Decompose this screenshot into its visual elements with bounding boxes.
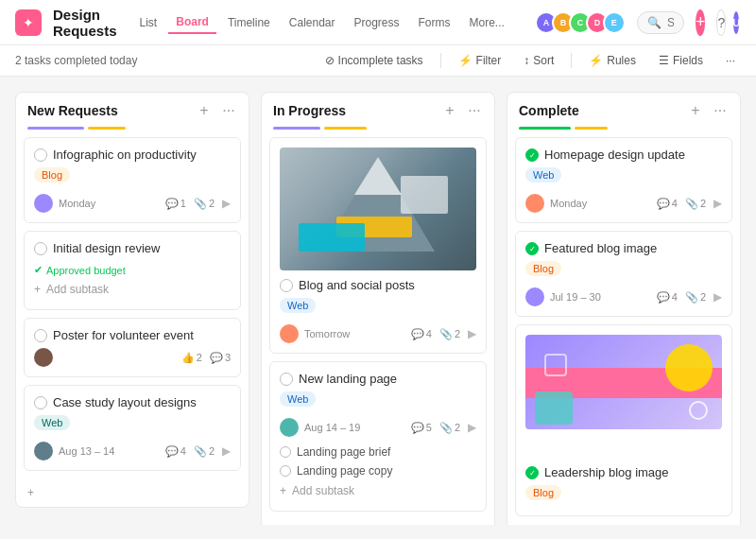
card-tag-7: Web bbox=[525, 167, 561, 183]
card-date-4: Aug 13 – 14 bbox=[59, 445, 160, 457]
nav-calendar[interactable]: Calendar bbox=[282, 12, 343, 33]
col-menu-new-requests[interactable]: ··· bbox=[220, 102, 237, 119]
expand-btn-6[interactable]: ▶ bbox=[468, 421, 476, 434]
card-avatar-4 bbox=[34, 442, 53, 461]
col-cards-complete: Homepage design update Web Monday 💬4 📎2 … bbox=[507, 137, 740, 524]
col-menu-in-progress[interactable]: ··· bbox=[466, 102, 483, 119]
card-title-text-2: Initial design review bbox=[53, 241, 160, 255]
attach-icon-7: 📎 bbox=[685, 198, 698, 210]
add-subtask-6[interactable]: + Add subtask bbox=[280, 480, 476, 501]
board: New Requests + ··· Infographic on produc… bbox=[0, 77, 756, 525]
col-add-card-new-requests[interactable]: + bbox=[16, 478, 249, 507]
nav-links: List Board Timeline Calendar Progress Fo… bbox=[132, 11, 512, 34]
card-title-text-9: Leadership blog image bbox=[544, 465, 669, 479]
card-image-mountain bbox=[280, 148, 476, 270]
check-icon: ✔ bbox=[34, 264, 43, 276]
card-date-6: Aug 14 – 19 bbox=[304, 422, 405, 433]
like-icon-3: 👍 bbox=[181, 352, 195, 364]
card-leadership-blog[interactable]: Leadership blog image Blog bbox=[515, 324, 732, 516]
incomplete-tasks-btn[interactable]: ⊘ Incomplete tasks bbox=[319, 51, 429, 70]
nav-more[interactable]: More... bbox=[462, 12, 512, 33]
card-avatar-5 bbox=[280, 324, 299, 343]
fields-btn[interactable]: ☰ Fields bbox=[653, 51, 709, 70]
col-title-in-progress: In Progress bbox=[273, 103, 346, 118]
nav-list[interactable]: List bbox=[132, 12, 165, 33]
subtask-brief: Landing page brief bbox=[280, 443, 476, 461]
col-add-new-requests[interactable]: + bbox=[196, 102, 213, 119]
card-meta-8: 💬4 📎2 ▶ bbox=[657, 290, 722, 304]
card-meta-3: 👍2 💬3 bbox=[181, 352, 231, 364]
search-box[interactable]: 🔍 bbox=[637, 11, 684, 34]
attach-icon-8: 📎 bbox=[685, 291, 698, 304]
card-circle-2 bbox=[34, 242, 47, 255]
approved-badge: ✔ Approved budget bbox=[34, 261, 231, 279]
colorful-icon2 bbox=[689, 401, 708, 420]
col-add-card-in-progress[interactable]: + bbox=[262, 519, 494, 525]
comment-icon-5: 💬 bbox=[411, 328, 424, 340]
card-meta-5: 💬4 📎2 ▶ bbox=[411, 327, 476, 340]
card-homepage[interactable]: Homepage design update Web Monday 💬4 📎2 … bbox=[515, 137, 732, 223]
card-date-8: Jul 19 – 30 bbox=[550, 291, 651, 303]
subtask-icon-1 bbox=[280, 446, 291, 458]
nav-board[interactable]: Board bbox=[168, 11, 216, 34]
card-landing-page[interactable]: New landing page Web Aug 14 – 19 💬5 📎2 ▶ bbox=[269, 361, 487, 512]
card-circle-9 bbox=[525, 466, 539, 479]
add-subtask-2[interactable]: + Add subtask bbox=[34, 279, 231, 300]
expand-btn-1[interactable]: ▶ bbox=[222, 197, 231, 210]
filter-btn[interactable]: ⚡ Filter bbox=[453, 51, 507, 70]
card-avatar-7 bbox=[525, 194, 544, 213]
bar-green bbox=[519, 127, 571, 130]
expand-btn-4[interactable]: ▶ bbox=[222, 444, 231, 458]
bar-purple-2 bbox=[273, 127, 320, 130]
search-input[interactable] bbox=[667, 16, 674, 29]
comment-icon-4: 💬 bbox=[165, 445, 179, 458]
col-add-in-progress[interactable]: + bbox=[441, 102, 458, 119]
more-options-btn[interactable]: ··· bbox=[720, 51, 741, 70]
card-meta-1: 💬1 📎2 ▶ bbox=[165, 197, 231, 210]
rules-icon: ⚡ bbox=[589, 54, 603, 67]
subtask-icon-2 bbox=[280, 465, 291, 477]
card-circle-5 bbox=[280, 279, 293, 292]
card-tag-6: Web bbox=[280, 391, 316, 407]
add-button[interactable]: + bbox=[696, 9, 706, 36]
card-blog-social[interactable]: Blog and social posts Web Tomorrow 💬4 📎2… bbox=[269, 137, 487, 354]
nav-forms[interactable]: Forms bbox=[411, 12, 458, 33]
sort-btn[interactable]: ↕ Sort bbox=[518, 51, 559, 70]
nav-timeline[interactable]: Timeline bbox=[220, 12, 278, 33]
user-avatar[interactable]: U bbox=[731, 9, 741, 36]
card-case-study[interactable]: Case study layout designs Web Aug 13 – 1… bbox=[24, 385, 241, 471]
card-poster[interactable]: Poster for volunteer event 👍2 💬3 bbox=[24, 318, 241, 377]
card-avatar-8 bbox=[525, 287, 544, 306]
subtask-copy: Landing page copy bbox=[280, 461, 476, 480]
img-overlay-teal bbox=[299, 223, 365, 252]
col-title-new-requests: New Requests bbox=[27, 103, 118, 118]
avatar-stack: A B C D E bbox=[535, 11, 626, 34]
expand-btn-5[interactable]: ▶ bbox=[468, 327, 476, 340]
col-menu-complete[interactable]: ··· bbox=[712, 102, 729, 119]
col-add-complete[interactable]: + bbox=[687, 102, 704, 119]
comment-icon-7: 💬 bbox=[657, 198, 670, 210]
bar-yellow-2 bbox=[324, 127, 367, 130]
search-icon: 🔍 bbox=[647, 16, 662, 29]
card-footer-5: Tomorrow 💬4 📎2 ▶ bbox=[280, 324, 476, 343]
col-header-new-requests: New Requests + ··· bbox=[16, 93, 249, 127]
card-avatar-6 bbox=[280, 418, 299, 437]
card-featured-blog[interactable]: Featured blog image Blog Jul 19 – 30 💬4 … bbox=[515, 231, 732, 317]
expand-btn-8[interactable]: ▶ bbox=[713, 290, 722, 304]
card-infographic[interactable]: Infographic on productivity Blog Monday … bbox=[24, 137, 241, 223]
col-bars-new-requests bbox=[16, 127, 249, 137]
add-card-icon-new: + bbox=[27, 486, 34, 499]
card-initial-design[interactable]: Initial design review ✔ Approved budget … bbox=[24, 231, 241, 310]
rules-btn[interactable]: ⚡ Rules bbox=[583, 51, 642, 70]
separator-2 bbox=[571, 53, 572, 68]
top-nav: ✦ Design Requests List Board Timeline Ca… bbox=[0, 0, 756, 45]
nav-progress[interactable]: Progress bbox=[347, 12, 407, 33]
bar-yellow bbox=[88, 127, 126, 130]
card-tag-5: Web bbox=[280, 298, 316, 313]
card-title-text-7: Homepage design update bbox=[544, 148, 685, 162]
help-button[interactable]: ? bbox=[716, 9, 726, 36]
expand-btn-7[interactable]: ▶ bbox=[713, 197, 722, 210]
col-add-card-complete[interactable]: + bbox=[507, 524, 740, 525]
card-footer-8: Jul 19 – 30 💬4 📎2 ▶ bbox=[525, 287, 722, 306]
col-title-complete: Complete bbox=[519, 103, 579, 118]
